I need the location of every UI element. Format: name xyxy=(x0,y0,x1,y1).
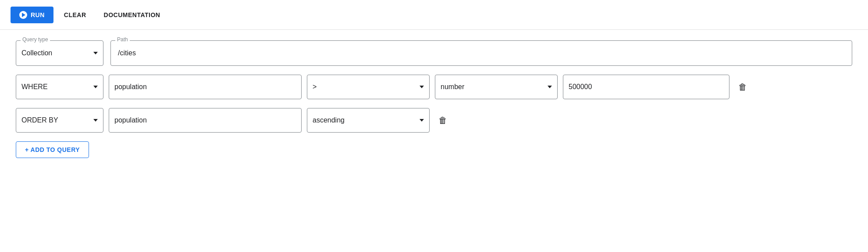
where-operator-chevron-icon xyxy=(420,86,424,88)
query-type-chevron-icon xyxy=(93,52,98,54)
order-by-delete-button[interactable]: 🗑 xyxy=(435,112,451,129)
where-type-value: number xyxy=(441,83,464,91)
query-type-wrapper: Collection xyxy=(21,49,98,57)
query-type-value: Collection xyxy=(21,49,52,57)
path-label: Path xyxy=(115,36,130,43)
where-operator-dropdown[interactable]: > xyxy=(307,75,430,99)
query-type-label: Query type xyxy=(21,36,50,43)
order-by-direction-value: ascending xyxy=(313,116,345,124)
where-trash-icon: 🗑 xyxy=(738,82,747,92)
where-clause-value: WHERE xyxy=(21,83,48,91)
add-to-query-button[interactable]: + ADD TO QUERY xyxy=(16,141,89,158)
where-clause-chevron-icon xyxy=(93,86,98,88)
add-to-query-label: + ADD TO QUERY xyxy=(25,146,80,153)
order-by-clause-dropdown[interactable]: ORDER BY xyxy=(16,108,103,133)
order-by-direction-dropdown[interactable]: ascending xyxy=(307,108,430,133)
where-row: WHERE > number 🗑 xyxy=(16,75,852,99)
run-button[interactable]: RUN xyxy=(11,7,53,23)
order-by-row: ORDER BY ascending 🗑 xyxy=(16,108,852,133)
order-by-field-input[interactable] xyxy=(109,108,302,133)
where-type-dropdown[interactable]: number xyxy=(435,75,558,99)
order-by-clause-chevron-icon xyxy=(93,119,98,122)
where-value-input[interactable] xyxy=(563,75,729,99)
where-delete-button[interactable]: 🗑 xyxy=(735,79,751,96)
path-container: Path xyxy=(110,40,852,66)
query-type-path-row: Query type Collection Path xyxy=(16,40,852,66)
toolbar: RUN CLEAR DOCUMENTATION xyxy=(0,0,868,30)
run-label: RUN xyxy=(31,11,45,18)
play-triangle xyxy=(22,13,25,17)
where-field-input[interactable] xyxy=(109,75,302,99)
query-type-dropdown[interactable]: Query type Collection xyxy=(16,40,103,66)
where-operator-value: > xyxy=(313,83,317,91)
order-by-trash-icon: 🗑 xyxy=(438,115,447,126)
where-type-chevron-icon xyxy=(548,86,552,88)
order-by-direction-chevron-icon xyxy=(420,119,424,122)
documentation-button[interactable]: DOCUMENTATION xyxy=(97,7,167,23)
order-by-clause-value: ORDER BY xyxy=(21,116,58,124)
where-clause-dropdown[interactable]: WHERE xyxy=(16,75,103,99)
main-content: Query type Collection Path WHERE > numbe… xyxy=(0,30,868,169)
clear-button[interactable]: CLEAR xyxy=(57,7,93,23)
path-input[interactable] xyxy=(118,49,845,57)
add-to-query-container: + ADD TO QUERY xyxy=(16,141,852,158)
play-icon xyxy=(19,11,27,19)
